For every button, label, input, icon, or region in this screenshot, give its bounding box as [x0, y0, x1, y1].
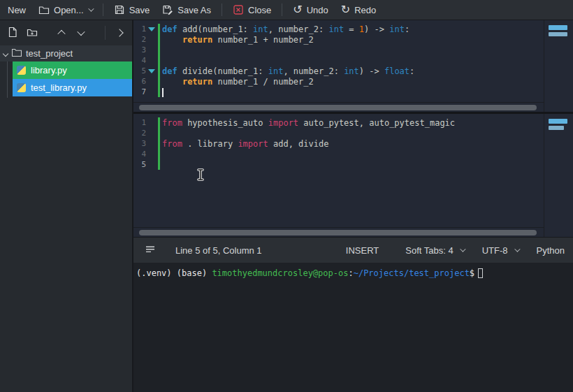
chevron-right-icon — [115, 29, 123, 36]
user-host: timothyedmundcrosley@pop-os — [212, 268, 348, 279]
chevron-up-icon — [57, 30, 65, 38]
folder-icon — [12, 48, 22, 59]
line-number: 2 — [133, 129, 146, 138]
modified-line-indicator — [158, 45, 160, 55]
code-line[interactable]: 3from . library import add, divide — [133, 138, 544, 149]
terminal[interactable]: (.venv) (base) timothyedmundcrosley@pop-… — [133, 263, 573, 392]
python-file-icon — [17, 66, 26, 75]
project-file-tree: test_project library.py test_library.py — [0, 45, 132, 392]
cursor-position-status[interactable]: Line 5 of 5, Column 1 — [175, 245, 262, 256]
scrollbar-thumb[interactable] — [139, 105, 537, 110]
code-line[interactable]: 5def divide(number_1: int, number_2: int… — [133, 66, 544, 76]
terminal-prompt: (.venv) (base) timothyedmundcrosley@pop-… — [136, 268, 573, 279]
code-line[interactable]: 5 — [133, 159, 544, 170]
line-number: 6 — [133, 77, 146, 86]
project-root-label: test_project — [26, 48, 73, 59]
code-line[interactable]: 1def add(number_1: int, number_2: int = … — [133, 24, 544, 34]
code-line[interactable]: 7 — [133, 87, 544, 97]
word-wrap-menu-button[interactable] — [140, 241, 160, 259]
code-line[interactable]: 3 — [133, 45, 544, 55]
open-button-label: Open... — [54, 5, 84, 15]
kate-editor-window: New Open... Save Save As Cl — [0, 0, 573, 392]
minimap-preview — [549, 126, 564, 130]
new-file-button[interactable] — [3, 24, 22, 42]
main-toolbar: New Open... Save Save As Cl — [0, 0, 573, 20]
chevron-down-icon — [460, 246, 465, 252]
expander-down-icon[interactable] — [3, 50, 8, 56]
input-mode-status[interactable]: INSERT — [346, 245, 379, 256]
fold-gutter — [146, 76, 158, 87]
modified-line-indicator — [158, 128, 160, 138]
tree-item-library[interactable]: library.py — [0, 61, 132, 79]
line-number: 4 — [133, 56, 146, 65]
undo-icon: ↺ — [293, 4, 302, 15]
editor-pane-top: 1def add(number_1: int, number_2: int = … — [133, 20, 573, 112]
code-line[interactable]: 6 return number_1 / number_2 — [133, 76, 544, 87]
line-number: 5 — [133, 160, 146, 169]
code-line[interactable]: 2 — [133, 128, 544, 138]
code-line[interactable]: 4 — [133, 149, 544, 159]
toolbar-separator — [222, 3, 222, 16]
tree-item-test-library[interactable]: test_library.py — [0, 79, 132, 96]
line-number: 1 — [133, 24, 146, 34]
open-dropdown-arrow — [88, 6, 94, 11]
code-text: from hypothesis_auto import auto_pytest,… — [160, 118, 455, 128]
minimap[interactable] — [544, 114, 573, 237]
expand-panel-button[interactable] — [110, 24, 129, 42]
minimap[interactable] — [544, 20, 573, 112]
fold-marker[interactable] — [146, 24, 158, 34]
horizontal-scrollbar[interactable] — [133, 102, 544, 112]
previous-item-button[interactable] — [52, 24, 71, 42]
undo-button-label: Undo — [307, 5, 328, 15]
horizontal-scrollbar[interactable] — [133, 227, 544, 237]
sidebar-toolbar-separator — [105, 26, 106, 40]
fold-gutter — [146, 55, 158, 66]
prompt-symbol: $ — [470, 268, 474, 279]
line-number: 7 — [133, 87, 146, 96]
save-as-button-label: Save As — [177, 5, 211, 15]
tree-guide-line — [7, 61, 8, 98]
code-editor-test-library[interactable]: 1from hypothesis_auto import auto_pytest… — [133, 114, 544, 227]
undo-button[interactable]: ↺ Undo — [286, 0, 334, 20]
fold-marker[interactable] — [146, 66, 158, 76]
save-as-button[interactable]: Save As — [156, 0, 217, 20]
new-file-icon — [7, 27, 18, 40]
next-item-button[interactable] — [71, 24, 91, 42]
save-as-icon — [162, 4, 173, 15]
fold-gutter — [146, 87, 158, 97]
sidebar-toolbar — [0, 20, 132, 45]
code-editor-library[interactable]: 1def add(number_1: int, number_2: int = … — [133, 20, 544, 102]
code-line[interactable]: 2 return number_1 + number_2 — [133, 34, 544, 45]
code-text — [160, 87, 164, 97]
open-button[interactable]: Open... — [32, 0, 99, 20]
new-folder-button[interactable] — [22, 24, 42, 42]
tab-mode-selector[interactable]: Soft Tabs: 4 — [405, 245, 463, 256]
minimap-preview — [549, 119, 567, 124]
save-button[interactable]: Save — [108, 0, 157, 20]
encoding-selector[interactable]: UTF-8 — [482, 245, 518, 256]
tree-item-project-root[interactable]: test_project — [0, 45, 132, 61]
code-line[interactable]: 1from hypothesis_auto import auto_pytest… — [133, 117, 544, 128]
code-text: return number_1 / number_2 — [160, 77, 314, 87]
save-button-label: Save — [129, 5, 150, 15]
working-directory: ~/Projects/test_project — [354, 268, 470, 279]
language-mode-selector[interactable]: Python — [537, 245, 565, 256]
new-button[interactable]: New — [1, 0, 32, 20]
prompt-separator: : — [348, 268, 353, 279]
close-button-label: Close — [248, 5, 271, 15]
line-number: 3 — [133, 139, 146, 148]
statusbar: Line 5 of 5, Column 1 INSERT Soft Tabs: … — [133, 237, 573, 263]
code-line[interactable]: 4 — [133, 55, 544, 66]
chevron-down-icon — [77, 28, 85, 36]
scrollbar-thumb[interactable] — [139, 230, 537, 235]
code-text: from . library import add, divide — [160, 139, 328, 149]
close-button[interactable]: Close — [226, 0, 277, 20]
line-number: 1 — [133, 118, 146, 127]
redo-button[interactable]: ↻ Redo — [335, 0, 382, 20]
editor-pane-bottom: 1from hypothesis_auto import auto_pytest… — [133, 114, 573, 237]
redo-button-label: Redo — [354, 5, 376, 15]
fold-gutter — [146, 45, 158, 55]
toolbar-separator — [103, 3, 103, 16]
code-text: def add(number_1: int, number_2: int = 1… — [160, 24, 409, 34]
fold-gutter — [146, 138, 158, 149]
